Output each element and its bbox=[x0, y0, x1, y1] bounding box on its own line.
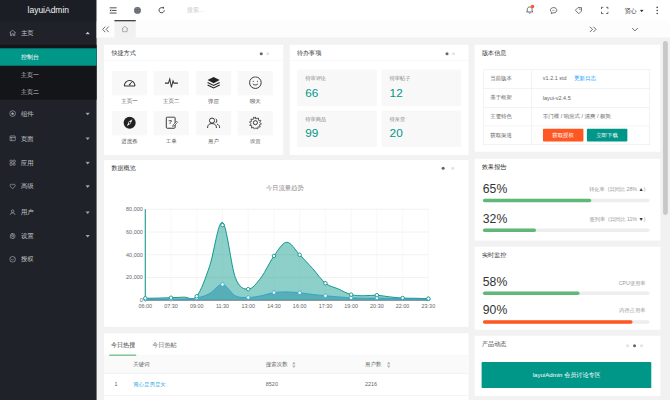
svg-text:?: ? bbox=[168, 119, 172, 125]
svg-text:07:30: 07:30 bbox=[164, 303, 178, 309]
svg-text:11:30: 11:30 bbox=[216, 303, 229, 309]
svg-text:06:00: 06:00 bbox=[138, 303, 152, 309]
svg-text:20,000: 20,000 bbox=[126, 274, 143, 280]
svg-text:14:30: 14:30 bbox=[267, 303, 281, 309]
svg-text:20:30: 20:30 bbox=[370, 303, 384, 309]
svg-text:40,000: 40,000 bbox=[126, 251, 143, 257]
svg-text:16:00: 16:00 bbox=[293, 303, 307, 309]
svg-text:17:30: 17:30 bbox=[319, 303, 333, 309]
svg-text:今日流量趋势: 今日流量趋势 bbox=[266, 184, 304, 192]
svg-text:13:00: 13:00 bbox=[241, 303, 255, 309]
svg-text:09:00: 09:00 bbox=[190, 303, 204, 309]
svg-text:22:00: 22:00 bbox=[396, 303, 410, 309]
svg-text:23:30: 23:30 bbox=[422, 303, 436, 309]
svg-text:60,000: 60,000 bbox=[126, 229, 143, 235]
svg-text:19:00: 19:00 bbox=[344, 303, 358, 309]
svg-text:80,000: 80,000 bbox=[126, 206, 143, 212]
